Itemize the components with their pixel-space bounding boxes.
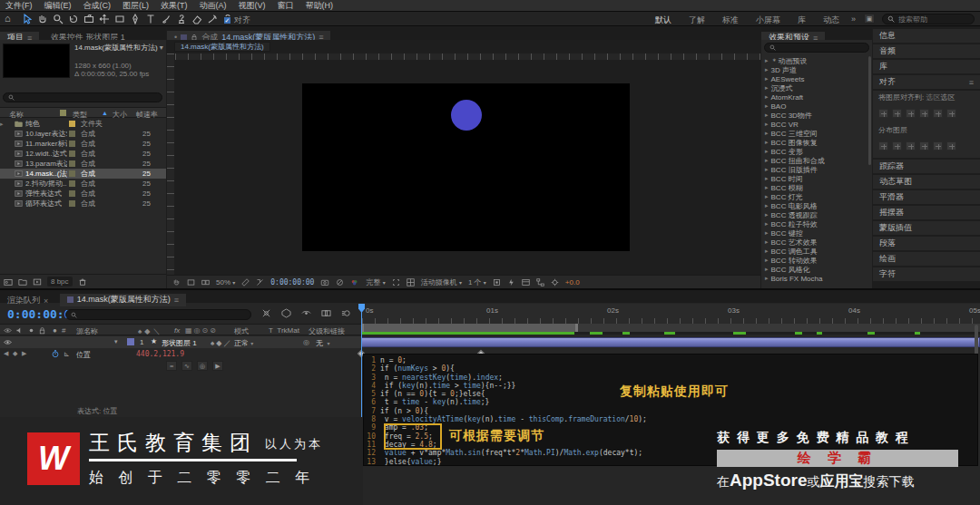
flag-dropdown-icon[interactable]: ▾ xyxy=(160,44,163,52)
code-line[interactable]: 1n = 0; xyxy=(364,356,977,364)
distribute-left-button[interactable] xyxy=(919,141,929,151)
project-row[interactable]: 11.marker标记合成25 xyxy=(0,139,166,149)
tab-timeline-comp[interactable]: 14.mask(蒙版属性和方法)≡ xyxy=(60,294,186,306)
channels-icon[interactable] xyxy=(350,278,359,286)
effects-category[interactable]: ▸Boris FX Particle xyxy=(761,283,868,285)
project-row[interactable]: 循环表达式合成25 xyxy=(0,199,166,209)
clone-stamp-tool-icon[interactable] xyxy=(176,14,187,24)
twirl-icon[interactable]: ▸ xyxy=(765,157,769,164)
viewer-ruler-vertical[interactable] xyxy=(167,53,174,275)
project-row[interactable]: ▸纯色文件夹 xyxy=(0,119,166,129)
twirl-icon[interactable]: ▸ xyxy=(765,75,769,83)
panel-跟踪器[interactable]: 跟踪器 xyxy=(873,160,980,173)
shape-circle[interactable] xyxy=(451,100,482,131)
effects-category[interactable]: ▸AtomKraft xyxy=(761,92,868,102)
label-chip[interactable] xyxy=(69,131,75,137)
view-layout-dropdown[interactable]: 1 个 ▾ xyxy=(468,277,486,287)
keyframe-nav-add-icon[interactable]: ◆ xyxy=(13,350,17,357)
twirl-icon[interactable]: ▸ xyxy=(765,266,769,273)
panel-menu-icon[interactable]: ≡ xyxy=(174,296,179,305)
resolution-dropdown[interactable]: 完整 ▾ xyxy=(366,277,385,287)
project-row[interactable]: 12.widt..达式合成25 xyxy=(0,149,166,159)
work-area-track[interactable] xyxy=(361,324,980,332)
label-chip[interactable] xyxy=(69,151,75,157)
brush-tool-icon[interactable] xyxy=(161,14,172,24)
eraser-tool-icon[interactable] xyxy=(191,14,202,24)
distribute-center-h-button[interactable] xyxy=(933,141,943,151)
panel-绘画[interactable]: 绘画 xyxy=(873,252,980,266)
composition-mini-flowchart-icon[interactable] xyxy=(261,308,271,318)
workspace-5[interactable]: 库 xyxy=(798,15,806,26)
twirl-icon[interactable]: ▸ xyxy=(765,148,769,155)
effects-category[interactable]: ▸BCC 3D物件 xyxy=(761,111,868,120)
workspace-3[interactable]: 标准 xyxy=(722,15,739,26)
camera-dropdown[interactable]: 活动摄像机 ▾ xyxy=(421,277,462,287)
align-top-button[interactable] xyxy=(919,109,929,118)
effects-category[interactable]: ▸BCC 粒子特效 xyxy=(761,219,868,228)
effects-category[interactable]: ▸BAO xyxy=(761,102,868,111)
twirl-icon[interactable]: ▸ xyxy=(765,229,769,237)
twirl-icon[interactable]: ▸ xyxy=(765,102,769,110)
timeline-search[interactable] xyxy=(65,309,251,320)
project-row[interactable]: 10.layer表达式合成25 xyxy=(0,129,166,139)
workspace-6[interactable]: 动态 xyxy=(823,15,839,26)
expression-language-menu-button[interactable]: ▶ xyxy=(212,361,223,371)
reset-exposure-icon[interactable] xyxy=(551,278,559,286)
pixel-aspect-icon[interactable] xyxy=(493,278,501,286)
effects-scrollbar[interactable] xyxy=(868,56,871,165)
col-label-swatch[interactable] xyxy=(60,110,66,116)
label-chip[interactable] xyxy=(69,141,75,147)
twirl-icon[interactable]: ▸ xyxy=(765,193,769,200)
roto-brush-tool-icon[interactable] xyxy=(207,14,218,24)
project-column-headers[interactable]: 名称 类型 ▲ 大小 帧速率 xyxy=(0,107,166,118)
layer-label-chip[interactable] xyxy=(127,338,134,345)
effects-category[interactable]: ▸BCC VR xyxy=(761,120,868,129)
align-bottom-button[interactable] xyxy=(946,109,956,118)
panel-库[interactable]: 库 xyxy=(873,60,980,73)
menu-item[interactable]: 视图(V) xyxy=(239,0,266,12)
twirl-icon[interactable]: ▸ xyxy=(765,257,769,264)
twirl-icon[interactable]: ▸ xyxy=(765,284,769,285)
align-right-button[interactable] xyxy=(906,109,916,118)
effects-category[interactable]: ▸BCC 灯光 xyxy=(761,192,868,201)
twirl-icon[interactable]: ▸ xyxy=(765,211,769,219)
workspace-4[interactable]: 小屏幕 xyxy=(756,15,780,26)
twirl-icon[interactable]: ▸ xyxy=(765,66,769,73)
label-chip[interactable] xyxy=(69,160,75,167)
panel-摇摆器[interactable]: 摇摆器 xyxy=(873,206,980,219)
twirl-icon[interactable]: ▸ xyxy=(765,112,769,119)
project-bpc-button[interactable]: 8 bpc xyxy=(47,277,73,286)
expression-enabled-icon[interactable]: ⊾ xyxy=(64,350,70,358)
interpret-footage-icon[interactable] xyxy=(4,277,13,286)
zoom-tool-icon[interactable] xyxy=(53,14,64,24)
align-to-value[interactable]: 选区 xyxy=(926,93,940,102)
selection-tool-icon[interactable] xyxy=(22,14,33,24)
menu-item[interactable]: 效果(T) xyxy=(161,0,188,12)
new-folder-icon[interactable] xyxy=(18,277,27,286)
label-chip[interactable] xyxy=(69,200,75,207)
time-ruler[interactable]: 0s01s02s03s04s05s xyxy=(361,304,980,324)
show-snapshot-icon[interactable] xyxy=(336,278,344,286)
code-line[interactable]: 7if (n > 0){ xyxy=(364,407,977,415)
menu-item[interactable]: 帮助(H) xyxy=(306,0,334,12)
menu-item[interactable]: 文件(F) xyxy=(5,0,33,12)
effects-category[interactable]: ▸Boris FX Mocha xyxy=(761,274,868,283)
effects-category[interactable]: ▸BCC 时间 xyxy=(761,174,868,183)
panel-音频[interactable]: 音频 xyxy=(873,44,980,58)
effects-category[interactable]: ▸BCC 电影风格 xyxy=(761,201,868,210)
panel-align[interactable]: 对齐≡ xyxy=(873,75,980,89)
transparency-grid-icon[interactable] xyxy=(407,278,415,286)
orbit-tool-icon[interactable] xyxy=(68,14,79,24)
dual-view-icon[interactable] xyxy=(201,278,210,286)
home-icon[interactable]: ⌂ xyxy=(5,13,11,24)
type-tool-icon[interactable] xyxy=(145,14,156,24)
zoom-level-dropdown[interactable]: 50% ▾ xyxy=(216,278,235,286)
twirl-icon[interactable]: ▸ xyxy=(765,202,769,209)
exposure-value[interactable]: +0.0 xyxy=(565,278,580,286)
menu-item[interactable]: 编辑(E) xyxy=(44,0,72,12)
pen-tool-icon[interactable] xyxy=(130,14,141,24)
mode-column[interactable]: 模式 xyxy=(234,326,249,336)
hand-tool-icon[interactable] xyxy=(37,14,48,24)
roi-icon[interactable] xyxy=(392,278,400,286)
layer-row[interactable]: ▾ 1 ★ 形状图层 1 ♠◆／ 正常 ▾ ◎ 无 ▾ xyxy=(0,336,361,348)
